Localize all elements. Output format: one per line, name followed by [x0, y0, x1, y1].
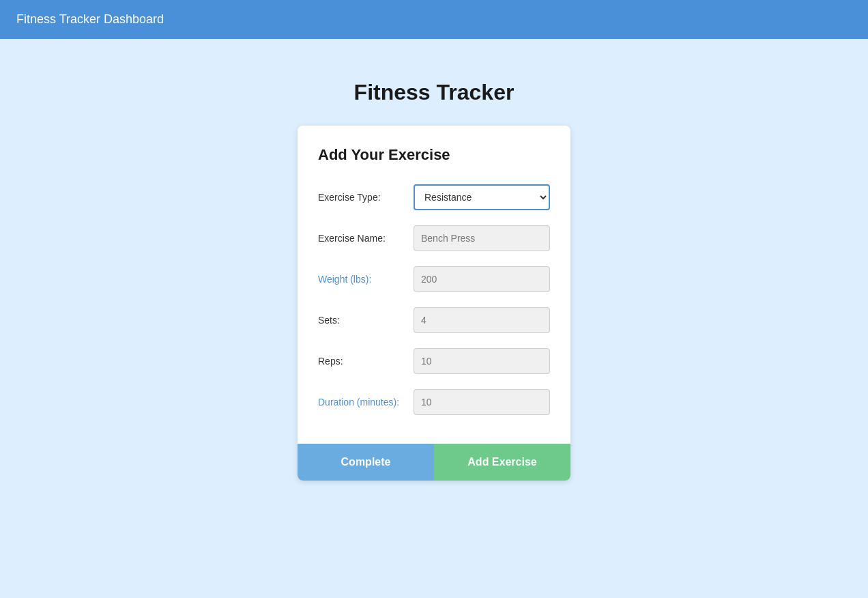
header-title: Fitness Tracker Dashboard: [16, 12, 164, 26]
sets-row: Sets:: [318, 307, 550, 333]
exercise-card: Add Your Exercise Exercise Type: Cardio …: [298, 126, 570, 481]
exercise-name-row: Exercise Name:: [318, 225, 550, 251]
complete-button[interactable]: Complete: [298, 444, 434, 481]
page-title: Fitness Tracker: [354, 80, 515, 105]
exercise-name-label: Exercise Name:: [318, 233, 414, 244]
sets-label: Sets:: [318, 315, 414, 326]
card-heading: Add Your Exercise: [318, 146, 550, 164]
reps-row: Reps:: [318, 348, 550, 374]
reps-label: Reps:: [318, 356, 414, 367]
reps-input[interactable]: [414, 348, 550, 374]
exercise-name-input[interactable]: [414, 225, 550, 251]
header: Fitness Tracker Dashboard: [0, 0, 868, 39]
weight-label: Weight (lbs):: [318, 274, 414, 285]
weight-input[interactable]: [414, 266, 550, 292]
duration-label: Duration (minutes):: [318, 397, 414, 408]
weight-row: Weight (lbs):: [318, 266, 550, 292]
exercise-type-label: Exercise Type:: [318, 192, 414, 203]
sets-input[interactable]: [414, 307, 550, 333]
card-body: Add Your Exercise Exercise Type: Cardio …: [298, 126, 570, 444]
duration-row: Duration (minutes):: [318, 389, 550, 415]
exercise-type-select[interactable]: Cardio Resistance Flexibility Balance: [414, 184, 550, 210]
add-exercise-button[interactable]: Add Exercise: [434, 444, 570, 481]
main-content: Fitness Tracker Add Your Exercise Exerci…: [0, 39, 868, 481]
duration-input[interactable]: [414, 389, 550, 415]
exercise-type-row: Exercise Type: Cardio Resistance Flexibi…: [318, 184, 550, 210]
card-footer: Complete Add Exercise: [298, 444, 570, 481]
